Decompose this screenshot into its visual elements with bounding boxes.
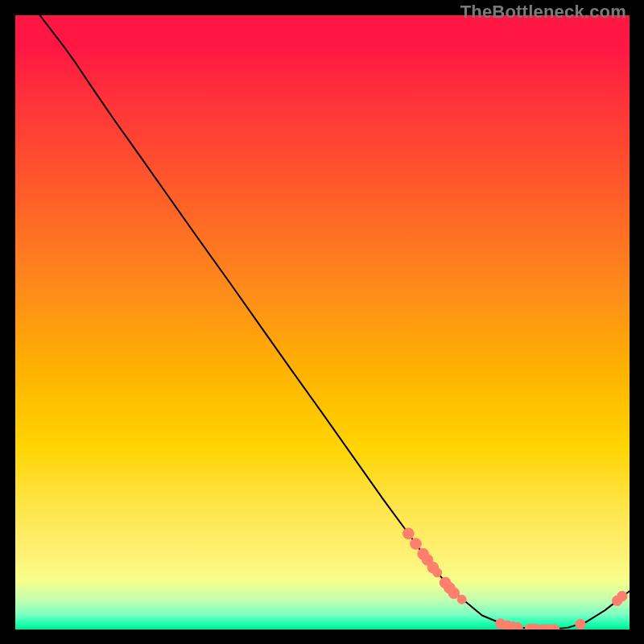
curve-layer [15,15,630,630]
curve-marker [513,622,522,630]
curve-marker [402,528,414,539]
watermark-text: TheBottleneck.com [460,2,626,23]
bottleneck-curve-line [40,15,630,630]
curve-marker [457,595,466,604]
chart-stage: TheBottleneck.com [0,0,644,644]
curve-markers [402,528,627,630]
curve-marker [411,539,422,550]
curve-marker [617,591,627,601]
curve-marker [433,568,442,577]
plot-area [15,15,630,630]
curve-marker [448,588,460,599]
curve-marker [576,619,585,629]
